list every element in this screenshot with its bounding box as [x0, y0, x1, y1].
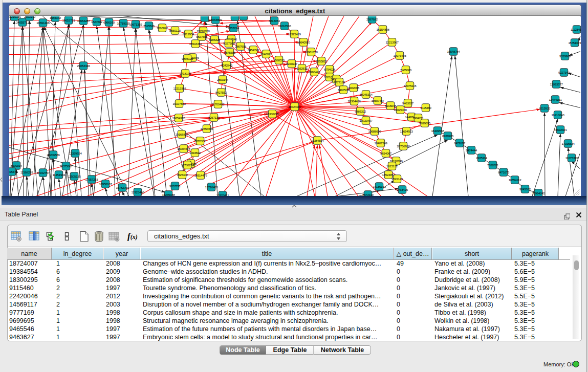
svg-text:7955812: 7955812 [316, 59, 328, 62]
svg-text:8471675: 8471675 [498, 170, 510, 173]
svg-text:11700482: 11700482 [212, 102, 225, 105]
svg-text:9777169: 9777169 [334, 80, 345, 83]
svg-text:8220237: 8220237 [286, 61, 298, 65]
svg-text:17957253: 17957253 [85, 177, 98, 181]
svg-text:2669140: 2669140 [24, 16, 36, 18]
svg-text:2087682: 2087682 [366, 17, 378, 20]
svg-text:20364436: 20364436 [347, 99, 361, 102]
svg-text:13654923: 13654923 [400, 129, 413, 133]
svg-text:7357224: 7357224 [228, 26, 239, 29]
svg-text:9463627: 9463627 [402, 101, 414, 104]
svg-text:13325419: 13325419 [288, 32, 301, 35]
svg-text:7625402: 7625402 [177, 172, 188, 176]
svg-text:10720407: 10720407 [359, 118, 373, 122]
svg-text:16154808: 16154808 [376, 27, 389, 31]
svg-text:20206586: 20206586 [47, 152, 60, 156]
svg-text:1965372: 1965372 [50, 16, 61, 19]
svg-text:9896123: 9896123 [182, 56, 193, 60]
svg-text:23226058: 23226058 [197, 29, 210, 32]
svg-text:9474444: 9474444 [466, 148, 477, 151]
svg-text:9115460: 9115460 [420, 105, 431, 109]
svg-text:7485063: 7485063 [400, 68, 412, 71]
svg-text:8215935: 8215935 [539, 106, 551, 110]
svg-text:1588520: 1588520 [273, 58, 285, 61]
svg-text:1162615: 1162615 [296, 66, 308, 70]
svg-text:16210643: 16210643 [551, 113, 564, 116]
svg-text:17016534: 17016534 [561, 141, 575, 145]
svg-text:12444151: 12444151 [549, 97, 562, 101]
svg-text:18640910: 18640910 [297, 40, 310, 43]
svg-text:18407249: 18407249 [374, 141, 387, 144]
svg-text:1527602: 1527602 [91, 19, 103, 23]
svg-text:12942757: 12942757 [36, 170, 50, 174]
svg-text:16543362: 16543362 [189, 41, 202, 45]
svg-text:12975115: 12975115 [404, 83, 417, 87]
svg-text:18724007: 18724007 [288, 104, 301, 108]
svg-text:7515526: 7515526 [143, 24, 155, 27]
svg-text:16215035: 16215035 [9, 16, 21, 18]
svg-text:10653287: 10653287 [77, 18, 90, 22]
svg-text:13716485: 13716485 [205, 185, 218, 188]
svg-text:7886322: 7886322 [355, 109, 366, 113]
svg-text:9827503: 9827503 [196, 34, 208, 38]
svg-text:2803144: 2803144 [217, 77, 229, 81]
svg-text:24055712: 24055712 [16, 20, 29, 24]
svg-text:16033809: 16033809 [209, 17, 222, 21]
svg-text:8672110: 8672110 [362, 192, 374, 196]
svg-text:5216048: 5216048 [385, 103, 397, 107]
svg-text:12353594: 12353594 [200, 126, 213, 130]
svg-text:7462065: 7462065 [348, 85, 360, 89]
svg-text:16245038: 16245038 [162, 192, 175, 196]
svg-text:9329966: 9329966 [559, 54, 571, 57]
svg-text:9146821: 9146821 [260, 52, 272, 55]
svg-text:8813054: 8813054 [269, 18, 280, 22]
svg-text:20375867: 20375867 [59, 164, 73, 167]
svg-text:9657791: 9657791 [169, 184, 181, 187]
svg-text:10507487: 10507487 [371, 98, 384, 102]
svg-text:8912954: 8912954 [183, 32, 194, 35]
svg-text:8660124: 8660124 [169, 28, 181, 32]
svg-text:2935114: 2935114 [476, 156, 487, 159]
svg-text:19384554: 19384554 [311, 138, 324, 142]
svg-text:16004678: 16004678 [177, 146, 190, 150]
svg-text:15692921: 15692921 [554, 127, 567, 131]
svg-text:6479197: 6479197 [454, 141, 466, 144]
svg-text:10654112: 10654112 [509, 178, 522, 181]
svg-text:14136141: 14136141 [373, 184, 386, 188]
svg-text:8938923: 8938923 [442, 134, 454, 137]
svg-text:7663822: 7663822 [157, 26, 168, 29]
svg-text:10671355: 10671355 [129, 22, 142, 26]
svg-text:11451934: 11451934 [53, 172, 66, 176]
svg-text:8427552: 8427552 [215, 90, 227, 94]
svg-text:11123456: 11123456 [571, 27, 581, 31]
svg-text:15751074: 15751074 [568, 40, 580, 44]
svg-text:16782759: 16782759 [116, 185, 129, 189]
svg-text:2718176: 2718176 [180, 71, 191, 75]
svg-text:8454749: 8454749 [248, 48, 259, 51]
svg-text:18300295: 18300295 [266, 112, 279, 115]
svg-text:5878332: 5878332 [194, 139, 206, 142]
svg-text:20691406: 20691406 [36, 20, 50, 24]
svg-text:9245032: 9245032 [519, 187, 531, 190]
svg-text:10025458: 10025458 [394, 107, 407, 111]
svg-text:9242845: 9242845 [221, 63, 233, 67]
svg-text:5875685: 5875685 [224, 50, 236, 54]
svg-text:12923446: 12923446 [131, 190, 144, 193]
svg-text:12505135: 12505135 [68, 174, 81, 178]
svg-text:9227342: 9227342 [558, 70, 570, 74]
svg-text:8990443: 8990443 [309, 70, 320, 73]
svg-text:10719155: 10719155 [117, 21, 130, 25]
svg-text:1733426: 1733426 [397, 187, 408, 191]
svg-text:19218506: 19218506 [278, 24, 291, 27]
svg-text:12093577: 12093577 [550, 82, 563, 85]
svg-text:11568293: 11568293 [20, 170, 34, 173]
svg-text:6794028: 6794028 [324, 67, 336, 71]
svg-text:9699695: 9699695 [419, 121, 431, 124]
svg-text:16107553: 16107553 [172, 101, 186, 105]
svg-text:2867608: 2867608 [235, 44, 247, 48]
svg-text:12359924: 12359924 [69, 151, 82, 155]
svg-text:1522143: 1522143 [391, 177, 403, 180]
svg-text:10958107: 10958107 [99, 182, 112, 185]
svg-text:10973493: 10973493 [393, 53, 406, 57]
svg-text:9634067: 9634067 [380, 151, 392, 155]
